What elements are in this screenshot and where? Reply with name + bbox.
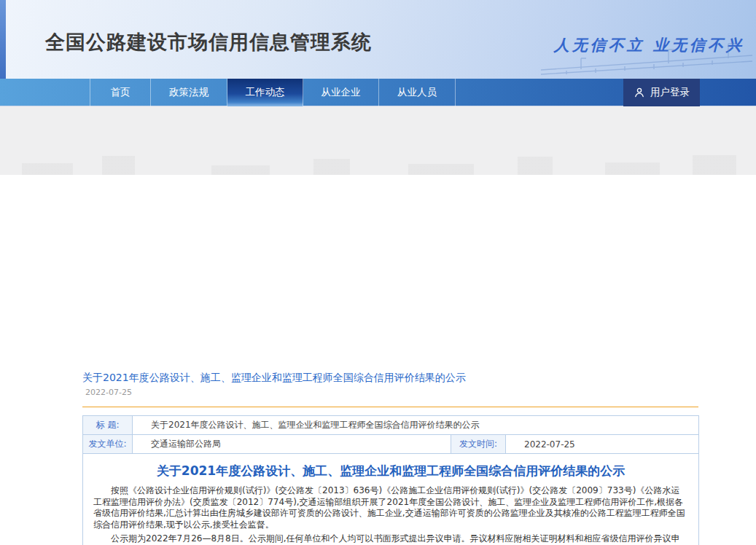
article-list-date: 2022-07-25 — [85, 388, 132, 397]
article-content: 关于2021年度公路设计、施工、监理企业和监理工程师全国综合信用评价结果的公示 … — [0, 175, 756, 545]
login-label: 用户登录 — [650, 86, 690, 99]
document-paragraph: 按照《公路设计企业信用评价规则(试行)》(交公路发〔2013〕636号)《公路施… — [93, 485, 688, 530]
orange-divider — [82, 407, 698, 407]
nav-tab-personnel[interactable]: 从业人员 — [379, 79, 456, 106]
bridge-decoration-icon — [537, 41, 756, 79]
search-section: 工作动态标题查询 搜 索 — [0, 106, 756, 175]
user-icon — [634, 87, 645, 98]
main-nav: 首页 政策法规 工作动态 从业企业 从业人员 用户登录 — [0, 79, 756, 106]
header-left-stripe — [0, 0, 6, 79]
table-row: 关于2021年度公路设计、施工、监理企业和监理工程师全国综合信用评价结果的公示 … — [83, 454, 699, 545]
skyline-decoration — [0, 144, 756, 175]
meta-title-value: 关于2021年度公路设计、施工、监理企业和监理工程师全国综合信用评价结果的公示 — [133, 416, 699, 435]
nav-tab-work-news[interactable]: 工作动态 — [227, 79, 303, 106]
page: 全国公路建设市场信用信息管理系统 人无信不立 业无信不兴 首页 政策法规 工作动… — [0, 0, 756, 545]
nav-tab-home[interactable]: 首页 — [90, 79, 151, 106]
meta-time-label: 发文时间: — [451, 435, 506, 454]
nav-tab-policies[interactable]: 政策法规 — [151, 79, 227, 106]
nav-tab-enterprises[interactable]: 从业企业 — [303, 79, 379, 106]
site-title: 全国公路建设市场信用信息管理系统 — [45, 29, 372, 55]
meta-title-label: 标 题: — [83, 416, 133, 435]
document-heading: 关于2021年度公路设计、施工、监理企业和监理工程师全国综合信用评价结果的公示 — [93, 463, 688, 479]
article-meta-table: 标 题: 关于2021年度公路设计、施工、监理企业和监理工程师全国综合信用评价结… — [82, 415, 699, 545]
table-row: 标 题: 关于2021年度公路设计、施工、监理企业和监理工程师全国综合信用评价结… — [83, 416, 699, 435]
document-body: 关于2021年度公路设计、施工、监理企业和监理工程师全国综合信用评价结果的公示 … — [83, 454, 699, 545]
nav-tabs: 首页 政策法规 工作动态 从业企业 从业人员 — [90, 79, 456, 106]
login-button[interactable]: 用户登录 — [623, 79, 700, 106]
document-paragraph: 公示期为2022年7月26—8月8日。公示期间,任何单位和个人均可以书面形式提出… — [93, 533, 688, 545]
meta-unit-label: 发文单位: — [83, 435, 133, 454]
table-row: 发文单位: 交通运输部公路局 发文时间: 2022-07-25 — [83, 435, 699, 454]
meta-time-value: 2022-07-25 — [506, 435, 699, 454]
site-header: 全国公路建设市场信用信息管理系统 人无信不立 业无信不兴 — [0, 0, 756, 79]
meta-unit-value: 交通运输部公路局 — [133, 435, 451, 454]
article-box: 标 题: 关于2021年度公路设计、施工、监理企业和监理工程师全国综合信用评价结… — [82, 415, 698, 545]
article-list-title[interactable]: 关于2021年度公路设计、施工、监理企业和监理工程师全国综合信用评价结果的公示 — [82, 372, 466, 385]
